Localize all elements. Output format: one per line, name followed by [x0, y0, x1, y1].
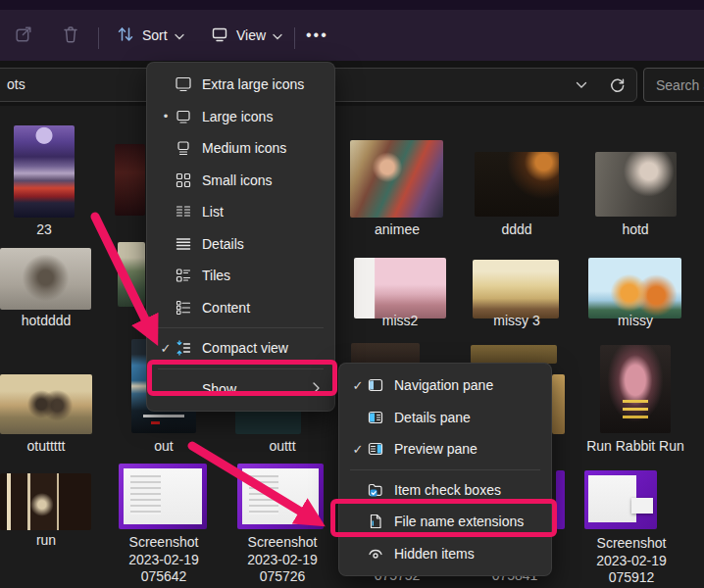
file-name-label[interactable]: missy [572, 313, 699, 330]
view-button[interactable]: View [204, 18, 288, 53]
address-dropdown-button[interactable] [568, 74, 595, 96]
file-thumbnail-partial [556, 470, 565, 529]
file-name-label[interactable]: Screenshot2023-02-19075642 [100, 534, 227, 586]
show-submenu-item-preview-pane[interactable]: ✓Preview pane [339, 433, 551, 466]
file-tile[interactable] [588, 258, 681, 318]
list-icon [175, 203, 192, 220]
file-tile[interactable] [350, 140, 443, 218]
file-name-line: 2023-02-19 [100, 552, 227, 569]
file-name-line: 075642 [100, 568, 227, 586]
window-titlebar [0, 0, 704, 10]
view-menu-item-medium-icons[interactable]: Medium icons [147, 132, 334, 165]
file-tile[interactable] [600, 345, 671, 433]
selected-bullet-icon: • [157, 109, 175, 123]
file-name-line: outtt [219, 438, 346, 456]
file-name-label[interactable]: animee [333, 221, 461, 239]
file-tile[interactable] [584, 470, 657, 529]
view-menu-item-show[interactable]: Show [147, 373, 334, 406]
grid-sm-icon [175, 172, 192, 189]
file-tile[interactable] [237, 464, 324, 529]
file-tile[interactable] [0, 473, 91, 530]
refresh-icon[interactable] [603, 74, 630, 96]
file-name-label[interactable]: Run Rabbit Run [572, 438, 699, 456]
chevron-down-icon [273, 27, 282, 43]
menu-item-label: Item check boxes [394, 482, 501, 498]
view-menu-item-content[interactable]: Content [147, 292, 334, 324]
tiles-icon [175, 267, 192, 284]
compact-icon [175, 339, 192, 357]
search-input[interactable] [644, 69, 704, 101]
hidden-eye-icon [367, 545, 384, 563]
check-boxes-icon [367, 481, 384, 499]
file-tile[interactable] [0, 374, 92, 434]
file-name-label[interactable]: hotd [572, 221, 699, 239]
file-tile[interactable] [0, 248, 91, 310]
file-tile[interactable] [119, 464, 207, 529]
view-menu-item-list[interactable]: List [147, 196, 334, 228]
view-menu-item-large-icons[interactable]: •Large icons [147, 101, 334, 133]
file-name-line: otuttttt [0, 438, 110, 456]
file-name-line: missy 3 [453, 313, 580, 330]
show-submenu-item-hidden-items[interactable]: Hidden items [339, 538, 551, 570]
file-name-line: out [100, 438, 227, 456]
file-name-label[interactable]: run [0, 532, 110, 550]
menu-item-label: Show [202, 381, 236, 397]
file-tile[interactable] [473, 260, 559, 318]
show-submenu-item-details-pane[interactable]: Details pane [339, 402, 551, 434]
file-name-label[interactable]: miss2 [336, 313, 464, 330]
sort-button[interactable]: Sort [110, 18, 190, 53]
file-thumbnail-partial [471, 345, 557, 364]
details-icon [175, 235, 192, 253]
see-more-button[interactable]: ••• [300, 18, 334, 53]
view-menu-item-small-icons[interactable]: Small icons [147, 165, 334, 197]
show-submenu-item-file-name-extensions[interactable]: File name extensions [339, 506, 551, 538]
file-name-label[interactable]: otuttttt [0, 438, 110, 456]
command-toolbar: Sort View ••• [0, 10, 704, 61]
checkmark-icon: ✓ [157, 341, 175, 356]
file-tile[interactable] [475, 152, 559, 217]
search-box[interactable] [643, 68, 704, 102]
file-name-label[interactable]: dddd [453, 221, 580, 239]
file-name-line: 23 [0, 221, 108, 239]
sort-icon [116, 24, 135, 47]
menu-item-label: Large icons [202, 109, 273, 124]
file-name-line: 2023-02-19 [219, 552, 346, 569]
file-tile[interactable] [14, 125, 75, 218]
file-name-label[interactable]: out [100, 438, 227, 456]
show-submenu-item-navigation-pane[interactable]: ✓Navigation pane [339, 369, 551, 402]
file-name-label[interactable]: Screenshot2023-02-19075726 [219, 534, 346, 586]
file-name-line: 075912 [568, 569, 695, 587]
trash-icon [61, 24, 80, 47]
chevron-right-icon [313, 381, 320, 397]
file-tile[interactable] [595, 152, 677, 217]
nav-pane-icon [367, 376, 384, 394]
view-menu-item-details[interactable]: Details [147, 228, 334, 261]
delete-button[interactable] [55, 18, 86, 53]
file-name-label[interactable]: hotdddd [0, 313, 110, 330]
file-name-label[interactable]: outtt [219, 438, 346, 456]
file-name-line: Screenshot [100, 534, 227, 552]
file-name-line: animee [333, 221, 461, 239]
file-name-line: miss2 [336, 313, 464, 330]
file-tile[interactable] [354, 258, 446, 318]
view-menu-item-tiles[interactable]: Tiles [147, 260, 334, 292]
file-name-line: Screenshot [568, 535, 695, 553]
file-name-line: hotdddd [0, 313, 110, 330]
file-name-label[interactable]: 23 [0, 221, 108, 239]
view-menu-item-extra-large-icons[interactable]: Extra large icons [147, 69, 334, 101]
no-icon [175, 380, 192, 398]
file-name-line: dddd [453, 221, 580, 239]
preview-pane-icon [367, 440, 384, 458]
details-pane-icon [367, 409, 384, 426]
menu-item-label: File name extensions [394, 514, 524, 529]
view-dropdown-menu: Extra large icons•Large iconsMedium icon… [146, 62, 335, 412]
menu-separator [158, 327, 324, 328]
share-button[interactable] [8, 18, 40, 53]
file-name-label[interactable]: missy 3 [453, 313, 580, 330]
view-menu-item-compact-view[interactable]: ✓Compact view [147, 332, 334, 365]
toolbar-separator [98, 27, 99, 49]
share-icon [14, 24, 34, 47]
menu-item-label: Details pane [394, 410, 471, 425]
file-name-label[interactable]: Screenshot2023-02-19075912 [568, 535, 695, 587]
show-submenu-item-item-check-boxes[interactable]: Item check boxes [339, 474, 551, 507]
